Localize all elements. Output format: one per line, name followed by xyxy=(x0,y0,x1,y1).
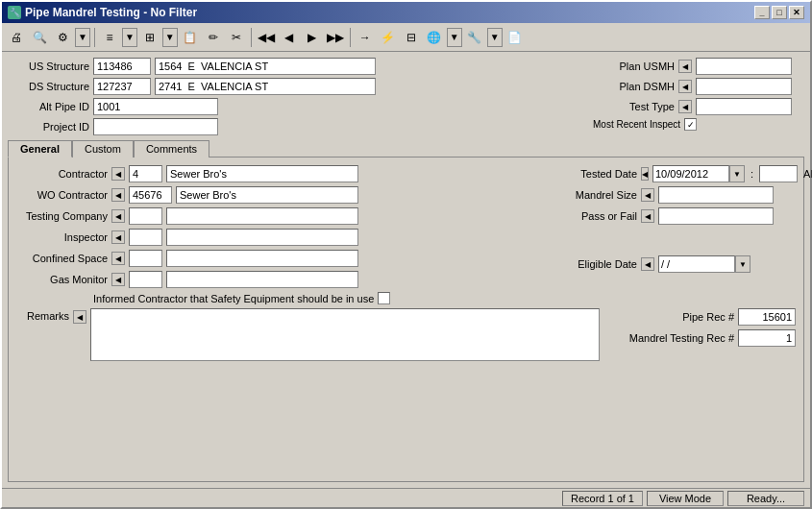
testing-company-id-input[interactable] xyxy=(129,207,162,225)
confined-space-id-input[interactable] xyxy=(129,250,162,267)
gas-monitor-id-input[interactable] xyxy=(129,271,162,288)
wo-contractor-id-input[interactable] xyxy=(129,186,172,204)
plan-dsmh-row: Plan DSMH ◀ xyxy=(593,78,804,95)
tested-time-input[interactable] xyxy=(759,165,798,182)
lightning-button[interactable]: ⚡ xyxy=(378,27,399,48)
tab-general[interactable]: General xyxy=(8,140,72,158)
filter-dropdown[interactable]: ▼ xyxy=(75,28,90,47)
remarks-nav-btn[interactable]: ◀ xyxy=(73,310,86,324)
gas-monitor-nav-btn[interactable]: ◀ xyxy=(111,273,125,286)
inspector-nav-btn[interactable]: ◀ xyxy=(111,230,125,244)
most-recent-checkbox[interactable]: ✓ xyxy=(684,118,697,131)
minus-button[interactable]: ⊟ xyxy=(401,27,422,48)
grid-dropdown[interactable]: ▼ xyxy=(162,28,178,47)
mandrel-rec-input[interactable] xyxy=(738,329,796,347)
list-dropdown[interactable]: ▼ xyxy=(122,28,137,47)
informed-row: Informed Contractor that Safety Equipmen… xyxy=(93,292,796,304)
clipboard-button[interactable]: 📋 xyxy=(180,27,201,48)
alt-pipe-id-label: Alt Pipe ID xyxy=(8,101,89,112)
mandrel-size-input[interactable] xyxy=(658,186,774,204)
eligible-date-nav-btn[interactable]: ◀ xyxy=(641,257,654,271)
arrow-button[interactable]: → xyxy=(355,27,376,48)
us-structure-row: US Structure xyxy=(8,58,583,75)
settings-button[interactable]: ⚙ xyxy=(52,27,73,48)
us-structure-label: US Structure xyxy=(8,61,89,72)
edit-button[interactable]: ✏ xyxy=(203,27,224,48)
tab-columns: Contractor ◀ WO Contractor ◀ xyxy=(16,165,796,288)
pipe-rec-input[interactable] xyxy=(738,308,796,326)
plan-usmh-btn[interactable]: ◀ xyxy=(678,60,692,73)
mandrel-size-nav-btn[interactable]: ◀ xyxy=(641,188,654,202)
eligible-date-input[interactable] xyxy=(658,255,735,273)
first-record-button[interactable]: ◀◀ xyxy=(256,27,277,48)
view-mode-status: View Mode xyxy=(647,491,724,506)
eligible-date-dropdown-btn[interactable]: ▼ xyxy=(735,255,750,273)
plan-dsmh-btn[interactable]: ◀ xyxy=(678,80,692,93)
tested-date-input[interactable] xyxy=(652,165,729,182)
testing-company-nav-btn[interactable]: ◀ xyxy=(111,209,125,223)
project-id-input[interactable] xyxy=(93,118,218,135)
cut-button[interactable]: ✂ xyxy=(226,27,247,48)
ready-status: Ready... xyxy=(727,491,804,506)
test-type-btn[interactable]: ◀ xyxy=(678,100,692,113)
inspector-id-input[interactable] xyxy=(129,229,162,246)
tools-dropdown[interactable]: ▼ xyxy=(487,28,503,47)
tested-date-nav-btn[interactable]: ◀ xyxy=(641,167,649,181)
doc-button[interactable]: 📄 xyxy=(504,27,526,48)
tested-date-dropdown-btn[interactable]: ▼ xyxy=(729,165,745,182)
pass-fail-label: Pass or Fail xyxy=(555,210,637,222)
wo-contractor-nav-btn[interactable]: ◀ xyxy=(111,188,125,202)
project-id-row: Project ID xyxy=(8,118,583,135)
testing-company-name-input[interactable] xyxy=(166,207,358,225)
us-structure-name-input[interactable] xyxy=(155,58,376,75)
remarks-textarea[interactable] xyxy=(90,308,600,361)
tools-button[interactable]: 🔧 xyxy=(464,27,485,48)
pass-fail-nav-btn[interactable]: ◀ xyxy=(641,209,654,223)
us-structure-id-input[interactable] xyxy=(93,58,151,75)
tab-comments[interactable]: Comments xyxy=(134,140,209,158)
confined-space-nav-btn[interactable]: ◀ xyxy=(111,252,125,265)
plan-usmh-input[interactable] xyxy=(696,58,792,75)
ds-structure-id-input[interactable] xyxy=(93,78,151,95)
contractor-nav-btn[interactable]: ◀ xyxy=(111,167,125,181)
pass-fail-input[interactable] xyxy=(658,207,774,225)
contractor-id-input[interactable] xyxy=(129,165,162,182)
title-bar: 🔧 Pipe Mandrel Testing - No Filter _ □ ✕ xyxy=(2,2,810,23)
close-button[interactable]: ✕ xyxy=(789,6,804,19)
gas-monitor-name-input[interactable] xyxy=(166,271,358,288)
plan-dsmh-input[interactable] xyxy=(696,78,792,95)
pipe-rec-row: Pipe Rec # xyxy=(603,308,796,326)
globe-button[interactable]: 🌐 xyxy=(424,27,445,48)
plan-usmh-label: Plan USMH xyxy=(593,61,675,72)
prev-record-button[interactable]: ◀ xyxy=(279,27,300,48)
informed-checkbox[interactable] xyxy=(378,292,390,304)
print-button[interactable]: 🖨 xyxy=(6,27,27,48)
test-type-input[interactable] xyxy=(696,98,792,115)
eligible-date-field: ▼ xyxy=(658,255,750,273)
record-status: Record 1 of 1 xyxy=(562,491,643,506)
contractor-name-input[interactable] xyxy=(166,165,358,182)
inspector-name-input[interactable] xyxy=(166,229,358,246)
grid-button[interactable]: ⊞ xyxy=(139,27,160,48)
globe-dropdown[interactable]: ▼ xyxy=(447,28,462,47)
wo-contractor-name-input[interactable] xyxy=(176,186,358,204)
ds-structure-name-input[interactable] xyxy=(155,78,376,95)
tab-custom[interactable]: Custom xyxy=(72,140,134,158)
time-separator: : xyxy=(750,168,753,180)
minimize-button[interactable]: _ xyxy=(754,6,770,19)
informed-label: Informed Contractor that Safety Equipmen… xyxy=(93,293,374,304)
remarks-area: Remarks ◀ Pipe Rec # Mandrel Testing Rec… xyxy=(16,308,796,361)
mandrel-rec-label: Mandrel Testing Rec # xyxy=(629,332,734,344)
maximize-button[interactable]: □ xyxy=(772,6,787,19)
pipe-rec-label: Pipe Rec # xyxy=(682,311,734,323)
search-button[interactable]: 🔍 xyxy=(29,27,50,48)
confined-space-name-input[interactable] xyxy=(166,250,358,267)
alt-pipe-id-input[interactable] xyxy=(93,98,218,115)
list-button[interactable]: ≡ xyxy=(99,27,120,48)
next-record-button[interactable]: ▶ xyxy=(302,27,323,48)
eligible-date-label: Eligible Date xyxy=(555,258,637,270)
last-record-button[interactable]: ▶▶ xyxy=(325,27,346,48)
eligible-date-row: Eligible Date ◀ ▼ xyxy=(555,255,796,273)
remarks-right: Pipe Rec # Mandrel Testing Rec # xyxy=(603,308,796,347)
sep3 xyxy=(350,28,351,47)
